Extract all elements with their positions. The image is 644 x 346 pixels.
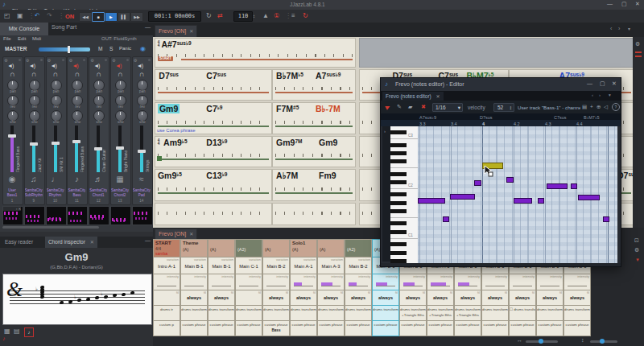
fill-cell[interactable]: filalways [262,290,290,306]
chord-symbol[interactable]: C7♭9 [206,104,222,115]
midi-note[interactable] [578,195,600,200]
chord-symbol[interactable]: C7sus [206,71,226,82]
chord-cell[interactable]: A♭7MFm9 [272,169,356,201]
drums-transform-cell[interactable]: drums transform+Triangle 8ths [454,305,481,321]
intensity-cell[interactable]: intensity [509,274,536,290]
cell-annotation[interactable]: use Corea phrase [157,128,196,133]
editor-close-button[interactable]: ✕ [612,80,617,87]
drums-transform-cell[interactable]: drums transform+Triangle 8ths [399,305,427,321]
piano-roll-grid[interactable] [418,126,617,263]
chord-cell[interactable]: F7M#5B♭-7M [272,102,356,134]
song-part-header[interactable]: START4/4samba [153,239,180,257]
midi-note[interactable] [474,180,481,186]
chord-symbol[interactable]: Am9♭5 [163,138,187,149]
quantize-select[interactable]: 1/16▾ [432,103,463,112]
structure-settings-gear-icon[interactable]: ⚙ [634,247,639,253]
custom-phrase-cell[interactable]: custom p [153,320,180,336]
snap-toggle-icon[interactable]: ✖ [421,103,426,111]
go-to-start-button[interactable]: ◀◀ [79,12,92,22]
fill-cell[interactable]: filalways [345,290,372,306]
beat-ruler[interactable]: 3.33.444.24.34.4 [381,120,621,126]
tab-scroll-left-icon[interactable]: ‹ [610,26,612,31]
variation-cell[interactable]: variationMain C-1 [235,257,262,274]
close-button[interactable]: ✕ [635,1,640,7]
intensity-cell[interactable]: intensity [262,274,290,290]
editor-maximize-button[interactable]: ▢ [600,80,605,87]
phrase-preview[interactable] [132,206,153,225]
phrase-preview[interactable]: ▫ ✕ [2,206,23,225]
variation-cell[interactable]: variationMain A-1 [290,257,317,274]
chord-cell[interactable]: 44A#7sus♭9START [155,38,356,68]
custom-phrase-cell[interactable]: custom phrase [399,320,427,336]
chord-symbol[interactable]: Fm9 [319,171,336,180]
custom-phrase-cell[interactable]: custom phrase [564,320,591,336]
variation-cell[interactable]: variationMain B-1 [180,257,208,274]
start-marker[interactable]: START [158,56,173,61]
chord-symbol[interactable]: C13♭9 [206,171,227,182]
midi-note[interactable] [418,198,445,204]
tab-easy-reader[interactable]: Easy reader [2,237,36,247]
chord-cell[interactable]: Gm97MGm9 [272,136,356,167]
vzoom-slider-knob[interactable] [600,339,605,344]
drums-transform-cell[interactable]: drums transform [536,305,564,321]
tab-chord-inspector[interactable]: Chord inspector ✕ [45,237,97,248]
intensity-cell[interactable]: intensity [536,274,564,290]
drums-transform-cell[interactable]: drums transform [262,305,290,321]
phrase-preview[interactable] [24,206,45,225]
drums-transform-cell[interactable]: drums transform [180,305,208,321]
custom-phrase-cell[interactable]: custom phrase [536,320,564,336]
filter-icon[interactable]: ▼ [635,257,640,262]
chord-symbol[interactable]: Gm97M [276,138,302,149]
redo-icon[interactable]: ↷ [47,12,52,20]
hzoom-slider-knob[interactable] [539,339,543,344]
phrase-preview[interactable] [67,206,88,225]
tab-scroll-left-icon[interactable]: ‹ [592,93,593,97]
minimize-panel-icon[interactable]: — [145,237,151,243]
open-file-icon[interactable]: ◰ [4,12,10,20]
chord-symbol[interactable]: B♭7M♭5 [276,71,303,82]
fill-cell[interactable]: filalways [317,290,345,306]
leadsheet-settings-gear-icon[interactable]: ⚙ [635,41,640,47]
chord-symbol[interactable]: D7sus [159,71,179,82]
song-part-header[interactable]: (A2) [235,239,262,257]
intensity-cell[interactable]: intensity [481,274,509,290]
custom-phrase-cell[interactable]: custom phrase [235,320,262,336]
drums-transform-cell[interactable]: drums tr [153,305,180,321]
undo-icon[interactable]: ↶ [35,12,40,20]
add-note-icon[interactable]: + [590,103,593,111]
chord-symbol[interactable]: D13♭9 [206,138,227,149]
midi-note[interactable] [571,183,577,189]
zoom-fit-icon[interactable]: ⊕ [597,103,601,111]
save-icon[interactable]: ▣ [17,12,23,20]
chord-symbol[interactable]: A#7sus♭9 [161,39,191,51]
drums-transform-cell[interactable]: drums transform [481,305,509,321]
sync-icon[interactable]: ↻ [303,12,308,20]
fill-cell[interactable]: fil [153,290,180,306]
pause-button[interactable]: ▌▌ [118,12,130,22]
tab-list-icon[interactable]: ▾ [609,93,611,97]
intensity-cell[interactable]: intensity [564,274,591,290]
pencil-tool-icon[interactable]: ✎ [397,103,402,111]
intensity-cell[interactable]: intensity [372,274,399,290]
midi-note[interactable] [443,216,449,222]
chord-symbol[interactable]: A7sus♭9 [316,71,341,82]
chord-symbol[interactable]: Gm9 [158,104,180,113]
chord-symbol[interactable]: F7M#5 [276,104,299,115]
editor-tab[interactable]: Frevo (notes editor) ✕ [382,92,444,101]
playback-on-indicator[interactable]: ON [65,13,74,20]
variation-cell[interactable]: variationMain B-2 [262,257,290,274]
custom-phrase-cell[interactable]: custom phrase [208,320,235,336]
fill-cell[interactable]: fil [235,290,262,306]
fill-cell[interactable]: filalways [372,290,399,306]
chord-symbol[interactable]: A♭7M [276,171,298,180]
chord-cell[interactable]: Gm9♭5C13♭9 [155,169,272,201]
fill-cell[interactable]: filalways [454,290,481,306]
play-button[interactable]: ▶ [105,12,118,22]
chord-cell[interactable]: D7susC7sus [155,69,272,101]
chord-cell[interactable] [155,203,272,225]
intensity-cell[interactable]: intensity [180,274,208,290]
drums-transform-cell[interactable]: drums transform+Triangle 8ths [427,305,454,321]
metronome-icon[interactable]: ▲ [262,12,269,20]
chord-cell[interactable] [272,203,356,225]
close-tab-icon[interactable]: ✕ [90,240,94,245]
